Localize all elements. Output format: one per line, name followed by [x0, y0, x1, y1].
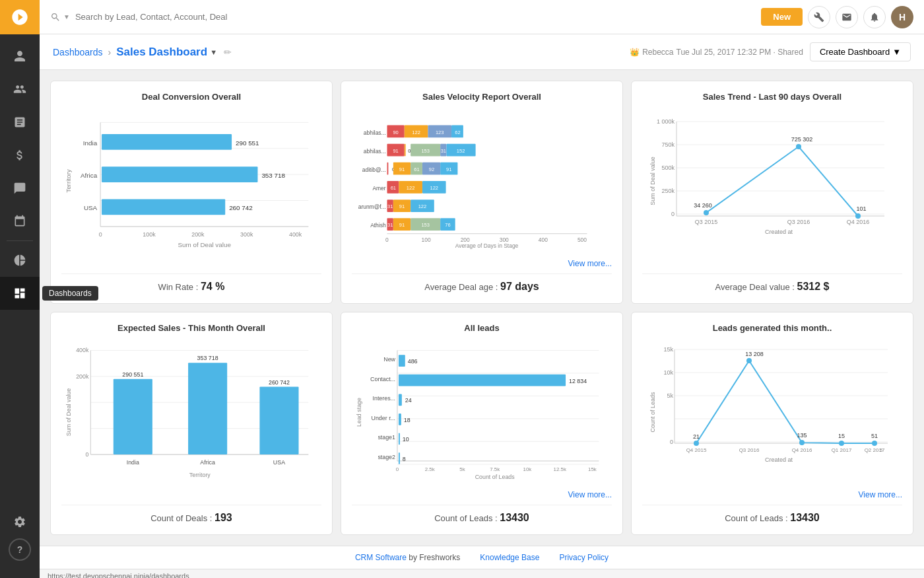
widget-sales-velocity-view-more[interactable]: View more...	[352, 259, 612, 268]
new-button[interactable]: New	[761, 8, 803, 26]
search-input[interactable]	[70, 12, 314, 22]
svg-text:500: 500	[578, 236, 587, 243]
svg-rect-142	[399, 375, 566, 386]
footer-crm: CRM Software by Freshworks	[355, 553, 460, 562]
svg-text:200k: 200k	[191, 231, 205, 238]
notifications-icon-button[interactable]	[863, 6, 886, 28]
search-icon	[50, 12, 61, 22]
svg-text:486: 486	[408, 358, 418, 365]
sidebar-item-analytics[interactable]	[0, 244, 40, 277]
search-dropdown-icon[interactable]: ▼	[63, 13, 70, 20]
email-icon-button[interactable]	[836, 6, 858, 28]
sidebar-item-help[interactable]: ?	[9, 538, 31, 561]
svg-point-179	[839, 441, 844, 446]
svg-text:91: 91	[399, 203, 405, 209]
widget-sales-velocity-title: Sales Velocity Report Overall	[352, 92, 612, 102]
widget-all-leads-title: All leads	[352, 323, 612, 333]
svg-point-177	[746, 358, 752, 363]
sidebar-item-chat[interactable]	[0, 172, 40, 205]
topbar-right: New H	[761, 6, 913, 28]
svg-rect-123	[259, 387, 298, 454]
svg-text:122: 122	[412, 129, 420, 135]
svg-rect-148	[399, 414, 401, 425]
svg-text:21: 21	[693, 433, 700, 440]
svg-point-176	[694, 441, 699, 446]
svg-text:Average of Days in Stage: Average of Days in Stage	[455, 242, 519, 249]
svg-text:51: 51	[871, 433, 878, 439]
svg-point-100	[855, 213, 861, 219]
svg-rect-47	[387, 163, 388, 175]
dashboard-grid: Deal Conversion Overall Territory	[40, 70, 924, 546]
svg-text:Lead stage: Lead stage	[356, 398, 362, 427]
chart-all-leads: Lead stage New	[352, 340, 612, 488]
dashboard-dropdown-icon[interactable]: ▼	[210, 48, 217, 56]
svg-point-98	[704, 210, 709, 215]
svg-text:10: 10	[403, 436, 409, 443]
sidebar-item-contacts[interactable]	[0, 40, 40, 73]
svg-rect-151	[399, 433, 400, 445]
main-content: ▼ New H Dashboards › Sales Dashboard ▼ ✏	[40, 0, 924, 578]
svg-text:400: 400	[539, 236, 548, 243]
svg-text:0: 0	[85, 451, 88, 458]
edit-dashboard-icon[interactable]: ✏	[224, 47, 232, 57]
sidebar-item-dashboards[interactable]: Dashboards	[0, 277, 40, 310]
footer-privacy-link[interactable]: Privacy Policy	[559, 553, 609, 562]
widget-sales-trend-stat: Average Deal value : 5312 $	[642, 273, 902, 293]
svg-text:91: 91	[393, 148, 398, 154]
svg-text:153: 153	[421, 222, 430, 228]
svg-text:91: 91	[399, 166, 405, 172]
svg-text:300k: 300k	[240, 231, 253, 238]
svg-text:725 302: 725 302	[791, 136, 813, 143]
svg-text:62: 62	[455, 129, 460, 135]
svg-text:61: 61	[414, 166, 419, 172]
sidebar: Dashboards ?	[0, 0, 40, 578]
footer-crm-link[interactable]: CRM Software	[355, 553, 407, 562]
create-dashboard-dropdown-icon: ▼	[892, 47, 901, 57]
sidebar-item-settings[interactable]	[0, 505, 40, 538]
widget-expected-sales-title: Expected Sales - This Month Overall	[61, 323, 321, 333]
footer: CRM Software by Freshworks Knowledge Bas…	[40, 546, 924, 569]
widget-sales-velocity-stat: Average Deal age : 97 days	[352, 273, 612, 293]
create-dashboard-button[interactable]: Create Dashboard ▼	[810, 42, 911, 61]
avatar[interactable]: H	[891, 6, 913, 28]
svg-text:200k: 200k	[76, 373, 89, 380]
svg-text:abhilas...: abhilas...	[364, 129, 386, 136]
svg-text:5: 5	[880, 448, 882, 452]
svg-text:New: New	[383, 356, 395, 363]
svg-text:12 834: 12 834	[569, 378, 587, 384]
svg-text:31: 31	[441, 148, 446, 154]
sidebar-item-leads[interactable]	[0, 73, 40, 106]
sidebar-item-reports[interactable]	[0, 106, 40, 139]
breadcrumb-dashboards[interactable]: Dashboards	[53, 47, 103, 57]
chart-sales-velocity: abhilas... abhilas... aditib@... Amer ar…	[352, 108, 612, 256]
app-logo[interactable]	[0, 0, 40, 34]
shared-info: 👑 Rebecca Tue Jul 25, 2017 12:32 PM · Sh…	[630, 48, 803, 57]
widget-leads-generated: Leads generated this month.. Count of Le…	[631, 312, 913, 535]
sidebar-divider	[7, 240, 33, 241]
svg-text:Interes...: Interes...	[373, 395, 395, 402]
svg-rect-119	[114, 379, 152, 454]
widget-deal-conversion-title: Deal Conversion Overall	[61, 92, 321, 102]
svg-text:91: 91	[399, 222, 405, 228]
dashboard-header: Dashboards › Sales Dashboard ▼ ✏ 👑 Rebec…	[40, 34, 924, 70]
svg-text:135: 135	[797, 432, 807, 439]
tools-icon-button[interactable]	[808, 6, 830, 28]
svg-text:Count of Leads: Count of Leads	[475, 474, 515, 480]
widget-all-leads-view-more[interactable]: View more...	[352, 490, 612, 499]
svg-text:0: 0	[396, 466, 399, 472]
svg-text:31: 31	[387, 203, 393, 209]
sidebar-item-calendar[interactable]	[0, 205, 40, 238]
dashboard-title[interactable]: Sales Dashboard	[116, 46, 207, 59]
footer-kb-link[interactable]: Knowledge Base	[480, 553, 539, 562]
svg-text:Count of Leads: Count of Leads	[649, 392, 656, 433]
svg-text:Under r...: Under r...	[372, 415, 395, 421]
svg-text:Created at: Created at	[765, 229, 793, 235]
svg-text:13 208: 13 208	[745, 351, 764, 357]
status-url: https://test.devopschennai.ninja/dashboa…	[48, 572, 189, 578]
widget-leads-generated-view-more[interactable]: View more...	[642, 490, 902, 499]
sidebar-tooltip-dashboards: Dashboards	[42, 286, 98, 301]
svg-text:122: 122	[430, 185, 439, 191]
sidebar-item-deals[interactable]	[0, 139, 40, 172]
widget-deal-conversion-stat: Win Rate : 74 %	[61, 273, 321, 293]
status-bar: https://test.devopschennai.ninja/dashboa…	[40, 569, 924, 578]
